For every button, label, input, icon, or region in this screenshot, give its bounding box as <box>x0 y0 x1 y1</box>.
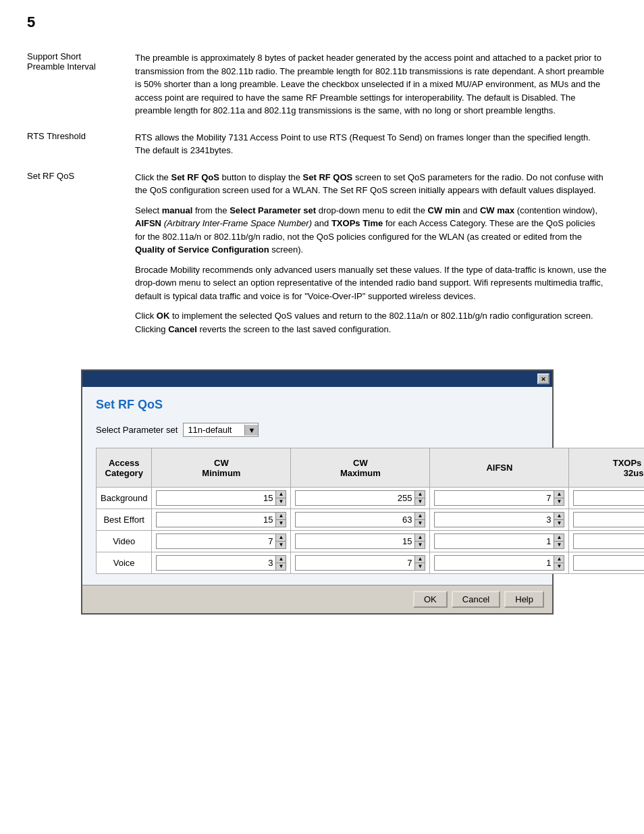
param-set-label: Select Parameter set <box>96 425 178 435</box>
table-header-row: AccessCategory CWMinimum CWMaximum AIFSN… <box>97 448 645 488</box>
spinner-down-icon[interactable]: ▼ <box>276 520 286 527</box>
cell-txops_32[interactable]: ▲▼ <box>569 509 644 531</box>
spinner-down-icon[interactable]: ▼ <box>554 542 564 548</box>
spinner-up-icon[interactable]: ▲ <box>276 534 286 542</box>
spinner-down-icon[interactable]: ▼ <box>276 498 286 505</box>
cell-aifsn[interactable]: ▲▼ <box>430 509 569 531</box>
spinner-up-icon[interactable]: ▲ <box>276 556 286 563</box>
cell-cw_min[interactable]: ▲▼ <box>152 488 291 509</box>
cell-aifsn[interactable]: ▲▼ <box>430 531 569 552</box>
cell-txops_32[interactable]: ▲▼ <box>569 488 644 509</box>
col-header-cw-max: CWMaximum <box>291 448 430 488</box>
spinner-up-icon[interactable]: ▲ <box>554 534 564 542</box>
dialog-title: Set RF QoS <box>96 398 539 412</box>
spinner-input-cw_max[interactable] <box>296 514 414 525</box>
section-support-short-preamble: Support Short Preamble Interval The prea… <box>27 51 608 118</box>
spinner-down-icon[interactable]: ▼ <box>276 563 286 570</box>
spinner-down-icon[interactable]: ▼ <box>554 498 564 505</box>
section-label-rts: RTS Threshold <box>27 131 115 157</box>
spinner-input-txops_32[interactable] <box>574 536 644 547</box>
spinner-up-icon[interactable]: ▲ <box>415 534 425 542</box>
cell-cw_min[interactable]: ▲▼ <box>152 509 291 531</box>
section-rts-threshold: RTS Threshold RTS allows the Mobility 71… <box>27 131 608 157</box>
spinner-up-icon[interactable]: ▲ <box>276 491 286 498</box>
document-content: Support Short Preamble Interval The prea… <box>27 51 608 635</box>
spinner-input-txops_32[interactable] <box>574 514 644 525</box>
spinner-down-icon[interactable]: ▼ <box>415 563 425 570</box>
spinner-input-cw_max[interactable] <box>296 492 414 504</box>
ok-button[interactable]: OK <box>413 591 448 608</box>
table-row: Background▲▼▲▼▲▼▲▼0.0 <box>97 488 645 509</box>
section-label-rfqos: Set RF QoS <box>27 171 115 336</box>
cell-txops_32[interactable]: ▲▼ <box>569 552 644 574</box>
param-set-row: Select Parameter set 11n-default ▼ <box>96 423 539 437</box>
spinner-down-icon[interactable]: ▼ <box>554 520 564 527</box>
spinner-down-icon[interactable]: ▼ <box>415 520 425 527</box>
section-set-rf-qos: Set RF QoS Click the Set RF QoS button t… <box>27 171 608 336</box>
cell-access-category: Background <box>97 488 152 509</box>
spinner-input-aifsn[interactable] <box>435 536 554 547</box>
cell-cw_max[interactable]: ▲▼ <box>291 531 430 552</box>
cell-txops_32[interactable]: ▲▼ <box>569 531 644 552</box>
col-header-cw-min: CWMinimum <box>152 448 291 488</box>
cell-cw_max[interactable]: ▲▼ <box>291 488 430 509</box>
spinner-up-icon[interactable]: ▲ <box>554 513 564 520</box>
spinner-up-icon[interactable]: ▲ <box>415 491 425 498</box>
cell-cw_min[interactable]: ▲▼ <box>152 552 291 574</box>
section-label-preamble: Support Short Preamble Interval <box>27 51 115 118</box>
section-text-preamble: The preamble is approximately 8 bytes of… <box>135 51 608 118</box>
param-select-arrow-icon[interactable]: ▼ <box>244 425 258 436</box>
cancel-button[interactable]: Cancel <box>452 591 500 608</box>
cell-access-category: Voice <box>97 552 152 574</box>
qos-table: AccessCategory CWMinimum CWMaximum AIFSN… <box>96 448 644 574</box>
col-header-txops-32: TXOPs Time32usec <box>569 448 644 488</box>
cell-access-category: Video <box>97 531 152 552</box>
section-text-rfqos: Click the Set RF QoS button to display t… <box>135 171 608 336</box>
cell-access-category: Best Effort <box>97 509 152 531</box>
spinner-up-icon[interactable]: ▲ <box>415 556 425 563</box>
spinner-input-cw_min[interactable] <box>157 557 275 569</box>
spinner-up-icon[interactable]: ▲ <box>415 513 425 520</box>
spinner-input-aifsn[interactable] <box>435 514 554 525</box>
spinner-input-aifsn[interactable] <box>435 557 554 569</box>
col-header-aifsn: AIFSN <box>430 448 569 488</box>
table-row: Best Effort▲▼▲▼▲▼▲▼0.992 <box>97 509 645 531</box>
col-header-access-category: AccessCategory <box>97 448 152 488</box>
spinner-down-icon[interactable]: ▼ <box>276 542 286 548</box>
dialog-body: Set RF QoS Select Parameter set 11n-defa… <box>82 387 552 585</box>
table-row: Video▲▼▲▼▲▼▲▼3.008 <box>97 531 645 552</box>
cell-aifsn[interactable]: ▲▼ <box>430 488 569 509</box>
set-rf-qos-dialog: × Set RF QoS Select Parameter set 11n-de… <box>81 369 554 615</box>
cell-aifsn[interactable]: ▲▼ <box>430 552 569 574</box>
spinner-up-icon[interactable]: ▲ <box>276 513 286 520</box>
param-select-value: 11n-default <box>184 423 244 436</box>
param-select[interactable]: 11n-default ▼ <box>183 423 259 437</box>
dialog-footer: OK Cancel Help <box>82 585 552 613</box>
spinner-input-cw_max[interactable] <box>296 536 414 547</box>
dialog-titlebar: × <box>82 371 552 387</box>
spinner-input-cw_min[interactable] <box>157 536 275 547</box>
spinner-input-cw_min[interactable] <box>157 514 275 525</box>
cell-cw_max[interactable]: ▲▼ <box>291 552 430 574</box>
spinner-input-cw_max[interactable] <box>296 557 414 569</box>
page-number: 5 <box>27 14 617 31</box>
spinner-up-icon[interactable]: ▲ <box>554 556 564 563</box>
spinner-down-icon[interactable]: ▼ <box>415 498 425 505</box>
spinner-up-icon[interactable]: ▲ <box>554 491 564 498</box>
spinner-input-txops_32[interactable] <box>574 492 644 504</box>
cell-cw_max[interactable]: ▲▼ <box>291 509 430 531</box>
spinner-input-cw_min[interactable] <box>157 492 275 504</box>
help-button[interactable]: Help <box>504 591 544 608</box>
cell-cw_min[interactable]: ▲▼ <box>152 531 291 552</box>
spinner-input-txops_32[interactable] <box>574 557 644 569</box>
section-text-rts: RTS allows the Mobility 7131 Access Poin… <box>135 131 608 157</box>
spinner-down-icon[interactable]: ▼ <box>554 563 564 570</box>
spinner-down-icon[interactable]: ▼ <box>415 542 425 548</box>
spinner-input-aifsn[interactable] <box>435 492 554 504</box>
table-row: Voice▲▼▲▼▲▼▲▼1.504 <box>97 552 645 574</box>
dialog-close-button[interactable]: × <box>537 373 549 384</box>
